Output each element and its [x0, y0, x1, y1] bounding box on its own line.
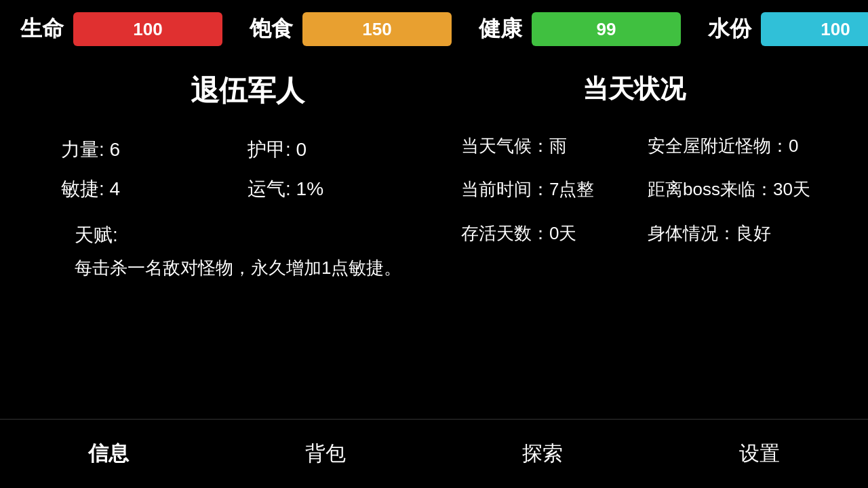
- hp-value: 100: [133, 19, 162, 40]
- boss-item: 距离boss来临：30天: [648, 177, 821, 201]
- hp-label: 生命: [20, 14, 64, 44]
- talent-section: 天赋: 每击杀一名敌对怪物，永久增加1点敏捷。: [34, 216, 420, 288]
- water-bar: 100: [761, 12, 868, 46]
- armor-stat: 护甲: 0: [248, 137, 407, 163]
- nav-backpack[interactable]: 背包: [217, 433, 434, 474]
- health-value: 99: [597, 19, 616, 40]
- food-bar: 150: [302, 12, 452, 46]
- nav-info[interactable]: 信息: [0, 433, 217, 474]
- food-value: 150: [362, 19, 391, 40]
- daily-panel: 当天状况 当天气候：雨 安全屋附近怪物：0 当前时间：7点整 距离boss来临：…: [434, 65, 848, 295]
- nav-explore[interactable]: 探索: [434, 433, 651, 474]
- water-label: 水份: [708, 14, 751, 44]
- weather-item: 当天气候：雨: [461, 134, 634, 158]
- food-group: 饱食 150: [250, 12, 452, 46]
- health-bar: 99: [532, 12, 681, 46]
- daily-title: 当天状况: [448, 72, 834, 106]
- body-item: 身体情况：良好: [648, 221, 821, 245]
- health-label: 健康: [479, 14, 522, 44]
- daily-grid: 当天气候：雨 安全屋附近怪物：0 当前时间：7点整 距离boss来临：30天 存…: [448, 134, 834, 245]
- character-panel: 退伍军人 力量: 6 护甲: 0 敏捷: 4 运气: 1% 天赋: 每击杀一名敌…: [20, 65, 434, 295]
- character-title: 退伍军人: [34, 72, 420, 110]
- health-group: 健康 99: [479, 12, 681, 46]
- luck-stat: 运气: 1%: [248, 176, 407, 202]
- agility-stat: 敏捷: 4: [61, 176, 220, 202]
- time-item: 当前时间：7点整: [461, 177, 634, 201]
- status-bar: 生命 100 饱食 150 健康 99 水份 100: [0, 0, 868, 58]
- strength-stat: 力量: 6: [61, 137, 220, 163]
- talent-desc: 每击杀一名敌对怪物，永久增加1点敏捷。: [75, 255, 407, 281]
- water-group: 水份 100: [708, 12, 868, 46]
- hp-bar: 100: [73, 12, 222, 46]
- stats-grid: 力量: 6 护甲: 0 敏捷: 4 运气: 1%: [34, 137, 420, 216]
- monsters-item: 安全屋附近怪物：0: [648, 134, 821, 158]
- water-value: 100: [821, 19, 850, 40]
- nav-settings[interactable]: 设置: [651, 433, 868, 474]
- hp-group: 生命 100: [20, 12, 222, 46]
- food-label: 饱食: [250, 14, 293, 44]
- talent-label: 天赋:: [75, 222, 407, 248]
- main-content: 退伍军人 力量: 6 护甲: 0 敏捷: 4 运气: 1% 天赋: 每击杀一名敌…: [0, 58, 868, 302]
- bottom-nav: 信息 背包 探索 设置: [0, 419, 868, 488]
- survival-item: 存活天数：0天: [461, 221, 634, 245]
